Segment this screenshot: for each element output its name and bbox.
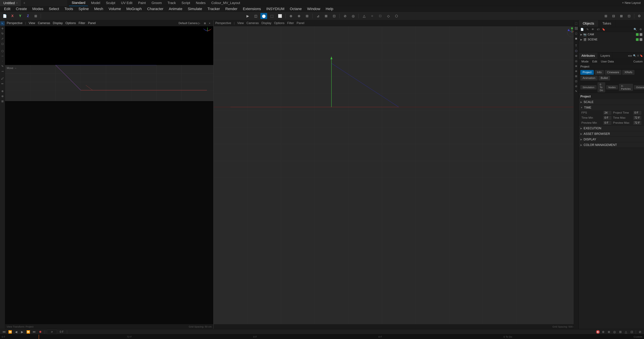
sec-btn-pencil[interactable]: ✎ [574,89,578,93]
obj-tool-bookmark[interactable]: 🔖 [601,27,606,32]
tool-misc2[interactable]: ⊗ [0,94,5,98]
layout-standard[interactable]: Standard [69,0,88,6]
menu-animate[interactable]: Animate [166,6,185,12]
proj-tab-simulation[interactable]: Simulation [580,85,596,89]
layout-colour[interactable]: Colour_MV_Layout [208,0,243,6]
obj-tool-file[interactable]: 📄 [580,27,584,32]
toolbar-right-2[interactable]: ⊟ [610,13,617,19]
sec-btn-13[interactable]: ⊘ [574,84,578,88]
sec-btn-2[interactable]: ⬛ [574,26,578,30]
obj-search[interactable]: 🔍 [633,27,638,32]
tool-rotate[interactable]: ↻ [0,31,5,36]
sec-btn-4[interactable]: ◼ [574,36,578,40]
attr-settings[interactable]: ⚙ [637,54,639,57]
proj-tab-animation[interactable]: Animation [580,76,598,81]
tool-poly[interactable]: ⬡ [0,49,5,53]
obj-tool-tag[interactable]: 🏷 [596,27,600,32]
main-vp-filter[interactable]: Filter [287,21,294,25]
menu-select[interactable]: Select [46,6,62,12]
obj-settings[interactable]: ⚙ [638,27,643,32]
attr-mode-btn[interactable]: Mode [580,60,590,64]
tool-paint[interactable]: ✎ [0,64,5,68]
viewport-grid-area[interactable]: Move → [5,65,213,101]
toolbar-transform-1[interactable]: ⊕ [288,13,294,19]
tl-play-back[interactable]: ◀ [14,330,18,334]
menu-render[interactable]: Render [223,6,240,12]
attr-bookmark[interactable]: 🔖 [640,54,643,57]
proj-tab-xrefs[interactable]: XRefs [622,70,634,75]
proj-tab-todo[interactable]: 0 To Do [598,82,605,92]
sec-btn-7[interactable]: ⚙ [574,54,578,58]
toolbar-snap-1[interactable]: ⊘ [342,13,348,19]
toolbar-mode-1[interactable]: △ [361,13,368,19]
tl-next-frame[interactable]: ⏩ [26,330,30,334]
attr-tab-layers[interactable]: Layers [598,53,613,59]
toolbar-render-region[interactable]: ◫ [252,13,259,19]
attr-userdata-btn[interactable]: User Data [600,60,615,64]
layout-model[interactable]: Model [88,0,103,6]
menu-simulate[interactable]: Simulate [186,6,204,12]
menu-mesh[interactable]: Mesh [92,6,106,12]
menu-edit[interactable]: Edit [2,6,13,12]
sec-btn-6[interactable]: ⬡ [574,49,578,53]
prevmin-value[interactable]: 0 F [603,121,611,125]
menu-tracker[interactable]: Tracker [205,6,222,12]
toolbar-right-4[interactable]: ⊡ [626,13,632,19]
toolbar-right-3[interactable]: ⊠ [618,13,625,19]
menu-octane[interactable]: Octane [288,6,304,12]
proj-tab-bullet[interactable]: Bullet [598,76,610,81]
tool-misc1[interactable]: ⊕ [0,89,5,93]
playhead[interactable] [39,335,39,339]
tool-scale[interactable]: ⤢ [0,36,5,41]
toolbar-mode-3[interactable]: □ [377,13,384,19]
tl-mode-3[interactable]: △ [624,330,628,334]
attr-tab-attributes[interactable]: Attributes [579,53,598,59]
proj-tab-info[interactable]: Info [595,70,604,75]
display-section-header[interactable]: ▶ DISPLAY [579,137,644,142]
scale-section-header[interactable]: ▶ SCALE [579,99,644,105]
layout-groom[interactable]: Groom [149,0,164,6]
toolbar-right-1[interactable]: ⊞ [602,13,609,19]
tl-first-frame[interactable]: ⏮ [2,330,6,334]
main-vp-panel[interactable]: Panel [296,21,304,25]
tool-spline1[interactable]: 🖊 [0,76,5,81]
attr-edit-btn[interactable]: Edit [591,60,598,64]
sec-btn-3[interactable]: ◻ [574,31,578,35]
menu-window[interactable]: Window [305,6,323,12]
tl-last-frame[interactable]: ⏭ [32,330,37,334]
proj-tab-cineware[interactable]: Cineware [605,70,621,75]
new-tab-btn[interactable]: + [21,0,28,6]
tab-close-btn[interactable]: × [16,2,18,5]
main-grid-area[interactable]: X Z Y [214,26,578,324]
tl-mode-2[interactable]: ⊞ [618,330,623,334]
timemin-value[interactable]: 0 F [603,116,611,120]
toolbar-new[interactable]: 📄 [1,13,8,19]
assets-section-header[interactable]: ▶ ASSET BROWSER [579,131,644,137]
tool-select[interactable]: ↖ [0,21,5,26]
sec-btn-8[interactable]: ◎ [574,59,578,63]
sec-btn-1[interactable]: ⬚ [574,21,578,25]
tl-prev-frame[interactable]: ⏪ [8,330,12,334]
toolbar-snap-2[interactable]: ◎ [350,13,356,19]
toolbar-mode-4[interactable]: ◇ [385,13,392,19]
fps-value[interactable]: 24 [603,111,611,115]
object-scene[interactable]: ▶ 🎬 SCENE [579,37,644,42]
tool-move[interactable]: ✛ [0,26,5,31]
toolbar-y-axis[interactable]: Y [17,13,24,19]
toolbar-snap[interactable]: ⊞ [32,13,39,19]
layout-sculpt[interactable]: Sculpt [103,0,118,6]
tl-record[interactable]: ⏺ [38,330,43,334]
layout-track[interactable]: Track [165,0,178,6]
proj-tab-octane[interactable]: OctaneRender [634,85,644,89]
main-vp-options[interactable]: Options [274,21,284,25]
tl-loop[interactable]: ⟳ [47,330,57,334]
tool-edge[interactable]: ─ [0,54,5,58]
tab-untitled[interactable]: Untitled × [0,0,21,6]
sec-btn-5[interactable]: T [574,44,578,48]
toolbar-render-view[interactable]: ▶ [244,13,251,19]
menu-mograph[interactable]: MoGraph [124,6,144,12]
tool-measure[interactable]: ⊸ [0,69,5,73]
menu-character[interactable]: Character [145,6,166,12]
toolbar-mode-5[interactable]: ⬡ [393,13,400,19]
menu-modes[interactable]: Modes [30,6,46,12]
